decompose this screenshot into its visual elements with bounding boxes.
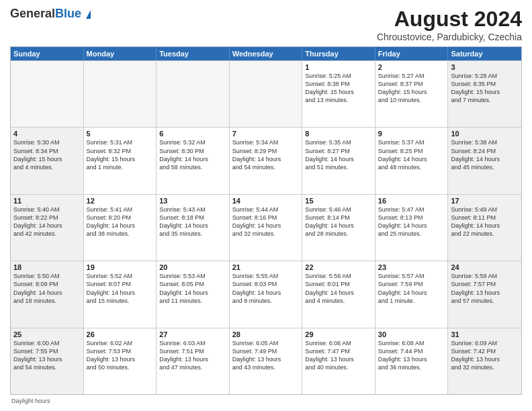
day-number: 14 [232, 197, 300, 205]
day-info: Sunrise: 5:46 AM Sunset: 8:14 PM Dayligh… [305, 205, 372, 238]
day-info: Sunrise: 5:44 AM Sunset: 8:16 PM Dayligh… [232, 205, 300, 238]
logo-text: GeneralBlue [10, 7, 91, 21]
day-number: 2 [378, 63, 445, 71]
cal-cell-w4-d1: 26Sunrise: 6:02 AM Sunset: 7:53 PM Dayli… [84, 328, 157, 394]
day-info: Sunrise: 5:30 AM Sunset: 8:34 PM Dayligh… [13, 138, 81, 171]
day-info: Sunrise: 5:57 AM Sunset: 7:59 PM Dayligh… [378, 272, 445, 305]
day-number: 30 [378, 330, 445, 338]
cal-cell-w1-d1: 5Sunrise: 5:31 AM Sunset: 8:32 PM Daylig… [84, 128, 157, 193]
day-number: 5 [87, 130, 154, 138]
day-info: Sunrise: 5:59 AM Sunset: 7:57 PM Dayligh… [451, 272, 519, 305]
cal-cell-w3-d2: 20Sunrise: 5:53 AM Sunset: 8:05 PM Dayli… [157, 261, 230, 327]
day-info: Sunrise: 6:03 AM Sunset: 7:51 PM Dayligh… [159, 339, 226, 372]
header-wednesday: Wednesday [230, 47, 303, 60]
cal-cell-w3-d3: 21Sunrise: 5:55 AM Sunset: 8:03 PM Dayli… [230, 261, 303, 327]
cal-cell-w2-d6: 17Sunrise: 5:49 AM Sunset: 8:11 PM Dayli… [448, 195, 521, 261]
day-number: 6 [159, 130, 226, 138]
cal-cell-w3-d0: 18Sunrise: 5:50 AM Sunset: 8:09 PM Dayli… [11, 261, 84, 327]
day-number: 23 [378, 263, 445, 271]
day-number: 25 [13, 330, 81, 338]
cal-cell-w1-d2: 6Sunrise: 5:32 AM Sunset: 8:30 PM Daylig… [157, 128, 230, 193]
day-number: 27 [159, 330, 226, 338]
cal-cell-w3-d1: 19Sunrise: 5:52 AM Sunset: 8:07 PM Dayli… [84, 261, 157, 327]
cal-cell-w4-d0: 25Sunrise: 6:00 AM Sunset: 7:55 PM Dayli… [11, 328, 84, 394]
day-number: 11 [13, 197, 81, 205]
cal-cell-w4-d3: 28Sunrise: 6:05 AM Sunset: 7:49 PM Dayli… [230, 328, 303, 394]
cal-cell-w0-d1 [84, 61, 157, 127]
cal-cell-w4-d6: 31Sunrise: 6:09 AM Sunset: 7:42 PM Dayli… [448, 328, 521, 394]
calendar-week-5: 25Sunrise: 6:00 AM Sunset: 7:55 PM Dayli… [11, 328, 521, 394]
day-info: Sunrise: 5:35 AM Sunset: 8:27 PM Dayligh… [305, 138, 372, 171]
day-info: Sunrise: 5:25 AM Sunset: 8:38 PM Dayligh… [305, 72, 372, 105]
day-number: 15 [305, 197, 372, 205]
footer: Daylight hours [10, 398, 522, 404]
day-info: Sunrise: 6:08 AM Sunset: 7:44 PM Dayligh… [378, 339, 445, 372]
day-info: Sunrise: 5:55 AM Sunset: 8:03 PM Dayligh… [232, 272, 300, 305]
day-number: 31 [451, 330, 519, 338]
header-saturday: Saturday [448, 47, 521, 60]
calendar-week-2: 4Sunrise: 5:30 AM Sunset: 8:34 PM Daylig… [11, 127, 521, 193]
day-info: Sunrise: 5:38 AM Sunset: 8:24 PM Dayligh… [451, 138, 519, 171]
day-number: 4 [13, 130, 81, 138]
cal-cell-w1-d6: 10Sunrise: 5:38 AM Sunset: 8:24 PM Dayli… [448, 128, 521, 193]
day-number: 21 [232, 263, 300, 271]
day-number: 26 [87, 330, 154, 338]
page: GeneralBlue August 2024 Chroustovice, Pa… [0, 0, 532, 411]
calendar: Sunday Monday Tuesday Wednesday Thursday… [10, 46, 522, 395]
header-thursday: Thursday [302, 47, 375, 60]
cal-cell-w0-d5: 2Sunrise: 5:27 AM Sunset: 8:37 PM Daylig… [375, 61, 449, 127]
day-info: Sunrise: 5:50 AM Sunset: 8:09 PM Dayligh… [13, 272, 81, 305]
day-info: Sunrise: 5:27 AM Sunset: 8:37 PM Dayligh… [378, 72, 445, 105]
cal-cell-w3-d4: 22Sunrise: 5:56 AM Sunset: 8:01 PM Dayli… [302, 261, 375, 327]
cal-cell-w4-d2: 27Sunrise: 6:03 AM Sunset: 7:51 PM Dayli… [157, 328, 230, 394]
day-number: 17 [451, 197, 519, 205]
cal-cell-w3-d5: 23Sunrise: 5:57 AM Sunset: 7:59 PM Dayli… [375, 261, 449, 327]
cal-cell-w0-d0 [11, 61, 84, 127]
day-number: 9 [378, 130, 445, 138]
day-number: 13 [159, 197, 226, 205]
day-info: Sunrise: 5:49 AM Sunset: 8:11 PM Dayligh… [451, 205, 519, 238]
cal-cell-w2-d5: 16Sunrise: 5:47 AM Sunset: 8:13 PM Dayli… [375, 195, 449, 261]
day-number: 29 [305, 330, 372, 338]
day-info: Sunrise: 6:00 AM Sunset: 7:55 PM Dayligh… [13, 339, 81, 372]
cal-cell-w0-d4: 1Sunrise: 5:25 AM Sunset: 8:38 PM Daylig… [302, 61, 375, 127]
header-tuesday: Tuesday [157, 47, 230, 60]
day-info: Sunrise: 5:37 AM Sunset: 8:25 PM Dayligh… [378, 138, 445, 171]
day-info: Sunrise: 6:02 AM Sunset: 7:53 PM Dayligh… [87, 339, 154, 372]
day-number: 10 [451, 130, 519, 138]
cal-cell-w3-d6: 24Sunrise: 5:59 AM Sunset: 7:57 PM Dayli… [448, 261, 521, 327]
day-info: Sunrise: 5:40 AM Sunset: 8:22 PM Dayligh… [13, 205, 81, 238]
cal-cell-w2-d4: 15Sunrise: 5:46 AM Sunset: 8:14 PM Dayli… [302, 195, 375, 261]
title-month: August 2024 [377, 7, 522, 32]
day-number: 20 [159, 263, 226, 271]
day-info: Sunrise: 5:28 AM Sunset: 8:35 PM Dayligh… [451, 72, 519, 105]
header: GeneralBlue August 2024 Chroustovice, Pa… [10, 7, 522, 42]
day-number: 8 [305, 130, 372, 138]
cal-cell-w4-d4: 29Sunrise: 6:06 AM Sunset: 7:47 PM Dayli… [302, 328, 375, 394]
day-info: Sunrise: 6:06 AM Sunset: 7:47 PM Dayligh… [305, 339, 372, 372]
day-info: Sunrise: 5:52 AM Sunset: 8:07 PM Dayligh… [87, 272, 154, 305]
cal-cell-w1-d3: 7Sunrise: 5:34 AM Sunset: 8:29 PM Daylig… [230, 128, 303, 193]
day-number: 24 [451, 263, 519, 271]
day-info: Sunrise: 5:43 AM Sunset: 8:18 PM Dayligh… [159, 205, 226, 238]
header-friday: Friday [375, 47, 449, 60]
day-number: 3 [451, 63, 519, 71]
day-info: Sunrise: 5:53 AM Sunset: 8:05 PM Dayligh… [159, 272, 226, 305]
calendar-header: Sunday Monday Tuesday Wednesday Thursday… [11, 47, 521, 60]
day-info: Sunrise: 5:56 AM Sunset: 8:01 PM Dayligh… [305, 272, 372, 305]
calendar-week-4: 18Sunrise: 5:50 AM Sunset: 8:09 PM Dayli… [11, 261, 521, 327]
day-number: 18 [13, 263, 81, 271]
day-number: 19 [87, 263, 154, 271]
day-number: 1 [305, 63, 372, 71]
cal-cell-w2-d0: 11Sunrise: 5:40 AM Sunset: 8:22 PM Dayli… [11, 195, 84, 261]
day-info: Sunrise: 5:32 AM Sunset: 8:30 PM Dayligh… [159, 138, 226, 171]
logo: GeneralBlue [10, 7, 91, 21]
cal-cell-w4-d5: 30Sunrise: 6:08 AM Sunset: 7:44 PM Dayli… [375, 328, 449, 394]
cal-cell-w1-d5: 9Sunrise: 5:37 AM Sunset: 8:25 PM Daylig… [375, 128, 449, 193]
logo-blue-text: Blue [55, 7, 81, 20]
day-number: 12 [87, 197, 154, 205]
calendar-week-1: 1Sunrise: 5:25 AM Sunset: 8:38 PM Daylig… [11, 60, 521, 127]
cal-cell-w1-d0: 4Sunrise: 5:30 AM Sunset: 8:34 PM Daylig… [11, 128, 84, 193]
logo-triangle-icon [86, 10, 91, 19]
cal-cell-w0-d2 [157, 61, 230, 127]
